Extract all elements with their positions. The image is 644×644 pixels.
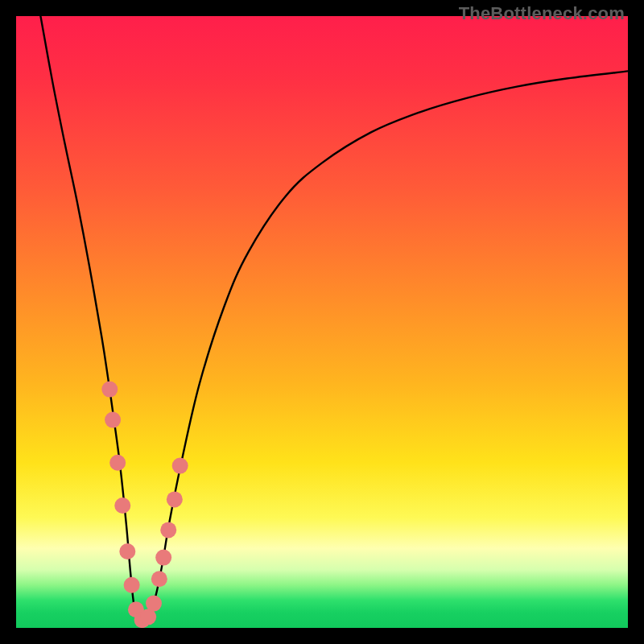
watermark-text: TheBottleneck.com <box>459 3 625 24</box>
svg-rect-0 <box>16 16 628 628</box>
chart-frame: TheBottleneck.com <box>0 0 644 644</box>
plot-area <box>16 16 628 628</box>
background-gradient <box>16 16 628 628</box>
